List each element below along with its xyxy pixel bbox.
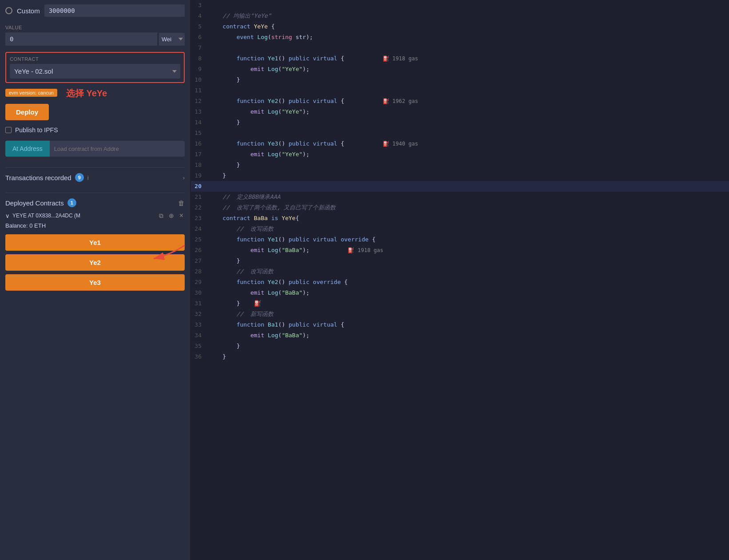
code-line: 16 function Ye3() public virtual { ⛽ 194… [191, 138, 729, 149]
code-line: 17 emit Log("YeYe"); [191, 149, 729, 160]
code-line: 9 emit Log("YeYe"); [191, 64, 729, 75]
ye2-button[interactable]: Ye2 [5, 254, 185, 271]
pin-icon[interactable]: ⊕ [167, 212, 175, 219]
balance-value: 0 ETH [29, 222, 46, 229]
contract-instance: ∨ YEYE AT 0X838...2A4DC (M ⧉ ⊕ × [5, 212, 185, 220]
custom-radio[interactable] [5, 7, 12, 14]
code-line: 28 // 改写函数 [191, 266, 729, 277]
code-line: 23 contract BaBa is YeYe{ [191, 213, 729, 224]
ye3-button[interactable]: Ye3 [5, 274, 185, 291]
code-line: 33 function Ba1() public virtual { [191, 319, 729, 330]
info-icon[interactable]: i [87, 174, 89, 181]
close-icon[interactable]: × [178, 212, 185, 220]
instance-chevron[interactable]: ∨ [5, 213, 10, 219]
right-panel: 3 4 // 均输出"YeYe" 5 contract YeYe { 6 eve… [191, 0, 729, 560]
select-yoye-label: 选择 YeYe [66, 87, 107, 99]
value-label: VALUE [5, 25, 185, 30]
code-line: 30 emit Log("BaBa"); [191, 288, 729, 298]
at-address-row: At Address [5, 141, 185, 157]
deployed-badge: 1 [67, 198, 76, 207]
copy-icon[interactable]: ⧉ [158, 212, 165, 220]
divider-2 [5, 193, 185, 193]
publish-row: Publish to IPFS [5, 126, 185, 134]
custom-label: Custom [17, 7, 40, 15]
gas-input[interactable] [44, 4, 185, 17]
code-line: 31 } ⛽ [191, 298, 729, 309]
contract-select[interactable]: YeYe - 02.sol BaBa - 02.sol [10, 64, 180, 79]
code-line: 13 emit Log("YeYe"); [191, 106, 729, 117]
code-line: 35 } [191, 341, 729, 351]
transactions-title: Transactions recorded [5, 174, 71, 181]
at-address-button[interactable]: At Address [5, 141, 50, 157]
ye1-button[interactable]: Ye1 [5, 234, 185, 251]
deploy-row: Deploy [5, 104, 185, 120]
arrow-area: Ye2 [5, 254, 185, 274]
code-editor: 3 4 // 均输出"YeYe" 5 contract YeYe { 6 eve… [191, 0, 729, 560]
code-line: 4 // 均输出"YeYe" [191, 11, 729, 21]
code-line: 29 function Ye2() public override { [191, 277, 729, 288]
publish-checkbox[interactable] [5, 127, 12, 133]
code-line: 34 emit Log("BaBa"); [191, 330, 729, 341]
code-line: 21 // 定义BBB继承AAA [191, 192, 729, 202]
transactions-row: Transactions recorded 9 i › [5, 173, 185, 182]
code-line: 27 } [191, 256, 729, 266]
code-line: 18 } [191, 160, 729, 170]
contract-label: CONTRACT [10, 56, 180, 62]
trash-icon[interactable]: 🗑 [178, 199, 185, 207]
functions-container: Ye1 Ye2 Ye3 [5, 234, 185, 294]
value-row: Wei Gwei Ether [5, 32, 185, 46]
code-line: 15 [191, 128, 729, 138]
divider-1 [5, 167, 185, 168]
deployed-title: Deployed Contracts [5, 199, 64, 207]
unit-select[interactable]: Wei Gwei Ether [159, 33, 185, 46]
code-line: 7 [191, 43, 729, 53]
code-line: 19 } [191, 170, 729, 181]
deploy-button[interactable]: Deploy [5, 104, 49, 120]
balance-label: Balance: [5, 222, 28, 229]
publish-label: Publish to IPFS [15, 126, 58, 134]
code-line: 14 } [191, 117, 729, 128]
evm-row: evm version: cancun 选择 YeYe [5, 87, 185, 99]
contract-section: CONTRACT YeYe - 02.sol BaBa - 02.sol [5, 52, 185, 83]
code-line: 5 contract YeYe { [191, 21, 729, 32]
code-line: 36 } [191, 351, 729, 362]
contract-address: YEYE AT 0X838...2A4DC (M [12, 213, 155, 219]
transactions-badge: 9 [75, 173, 84, 182]
code-line: 25 function Ye1() public virtual overrid… [191, 234, 729, 245]
code-line: 22 // 改写了两个函数, 又自己写了个新函数 [191, 202, 729, 213]
evm-badge: evm version: cancun [5, 89, 57, 97]
code-line: 8 function Ye1() public virtual { ⛽ 1918… [191, 53, 729, 64]
code-line: 11 [191, 85, 729, 96]
load-contract-input[interactable] [50, 141, 185, 157]
transactions-chevron[interactable]: › [183, 174, 185, 181]
code-line: 3 [191, 0, 729, 11]
code-line: 12 function Ye2() public virtual { ⛽ 196… [191, 96, 729, 106]
code-line-highlighted: 20 [191, 181, 729, 192]
code-line: 32 // 新写函数 [191, 309, 729, 319]
code-line: 26 emit Log("BaBa"); ⛽ 1918 gas [191, 245, 729, 256]
value-input[interactable] [5, 32, 157, 46]
custom-row: Custom [5, 4, 185, 17]
deployed-header: Deployed Contracts 1 🗑 [5, 198, 185, 207]
code-line: 6 event Log(string str); [191, 32, 729, 43]
code-line: 10 } [191, 75, 729, 85]
code-line: 24 // 改写函数 [191, 224, 729, 234]
left-panel: Custom VALUE Wei Gwei Ether CONTRACT YeY… [0, 0, 191, 560]
balance-row: Balance: 0 ETH [5, 222, 185, 229]
